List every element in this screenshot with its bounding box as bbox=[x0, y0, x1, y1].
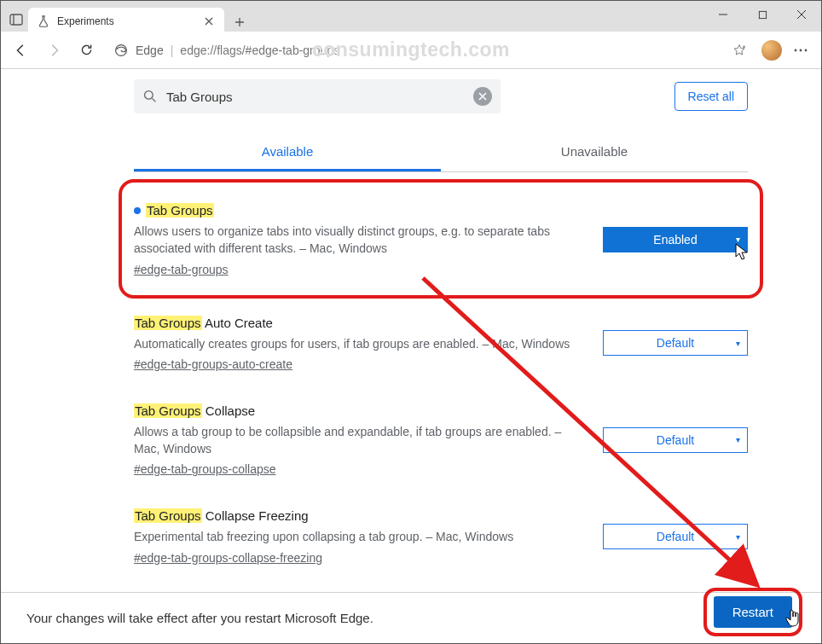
flag-hash-link[interactable]: #edge-tab-groups bbox=[134, 263, 229, 276]
footer-text: Your changes will take effect after you … bbox=[26, 611, 373, 625]
profile-avatar[interactable] bbox=[761, 40, 782, 61]
flag-description: Automatically creates groups for users, … bbox=[134, 335, 586, 352]
tab-close-icon[interactable] bbox=[202, 15, 216, 28]
flag-item: Tab Groups Collapse Allows a tab group t… bbox=[134, 386, 748, 492]
svg-point-7 bbox=[805, 49, 808, 51]
search-icon bbox=[142, 89, 158, 104]
address-separator: | bbox=[171, 44, 174, 57]
flag-title: Tab Groups Collapse Freezing bbox=[134, 508, 586, 523]
tab-available[interactable]: Available bbox=[134, 134, 441, 171]
svg-rect-0 bbox=[10, 15, 22, 25]
more-menu-button[interactable] bbox=[787, 37, 814, 64]
chevron-down-icon: ▾ bbox=[736, 339, 740, 348]
flag-description: Experimental tab freezing upon collapsin… bbox=[134, 528, 586, 545]
flag-hash-link[interactable]: #edge-tab-groups-auto-create bbox=[134, 357, 292, 371]
clear-search-icon[interactable] bbox=[473, 87, 492, 106]
svg-point-6 bbox=[800, 49, 802, 51]
flag-select[interactable]: Default ▾ bbox=[603, 330, 748, 356]
address-bar[interactable]: Edge | edge://flags/#edge-tab-groups bbox=[105, 37, 756, 64]
content-scroll[interactable]: Reset all Available Unavailable Tab Grou… bbox=[1, 69, 821, 592]
browser-toolbar: Edge | edge://flags/#edge-tab-groups bbox=[1, 32, 821, 69]
address-url: edge://flags/#edge-tab-groups bbox=[180, 44, 339, 57]
flag-tabs: Available Unavailable bbox=[134, 134, 748, 172]
restart-button[interactable]: Restart bbox=[714, 596, 792, 628]
restart-footer: Your changes will take effect after you … bbox=[1, 592, 821, 643]
highlight-box-restart: Restart bbox=[703, 588, 802, 636]
chevron-down-icon: ▾ bbox=[736, 235, 740, 244]
cursor-arrow-icon bbox=[735, 243, 749, 262]
svg-point-8 bbox=[145, 91, 153, 100]
new-tab-button[interactable] bbox=[228, 10, 252, 34]
flag-select[interactable]: Default ▾ bbox=[603, 524, 748, 549]
flags-search-box[interactable] bbox=[134, 79, 501, 113]
back-button[interactable] bbox=[8, 37, 35, 64]
window-controls bbox=[703, 1, 821, 28]
flag-select[interactable]: Enabled ▾ bbox=[603, 227, 748, 252]
flag-title: Tab Groups bbox=[134, 203, 586, 218]
chevron-down-icon: ▾ bbox=[736, 435, 740, 444]
maximize-button[interactable] bbox=[743, 1, 782, 28]
refresh-button[interactable] bbox=[72, 37, 100, 64]
search-input[interactable] bbox=[166, 90, 465, 104]
browser-label: Edge bbox=[136, 44, 164, 57]
browser-tab[interactable]: Experiments bbox=[28, 8, 224, 35]
svg-point-5 bbox=[795, 49, 797, 51]
tab-title: Experiments bbox=[57, 15, 195, 27]
forward-button bbox=[40, 37, 67, 64]
highlight-box-flag: Tab Groups Allows users to organize tabs… bbox=[119, 179, 763, 299]
flag-hash-link[interactable]: #edge-tab-groups-collapse-freezing bbox=[134, 551, 322, 565]
flag-title: Tab Groups Auto Create bbox=[134, 316, 586, 330]
window-titlebar: Experiments bbox=[1, 1, 821, 32]
flag-description: Allows a tab group to be collapsible and… bbox=[134, 423, 586, 458]
reset-all-button[interactable]: Reset all bbox=[674, 82, 748, 111]
svg-rect-3 bbox=[759, 11, 766, 18]
flag-description: Allows users to organize tabs into visua… bbox=[134, 223, 586, 258]
flask-icon bbox=[37, 15, 50, 28]
close-window-button[interactable] bbox=[782, 1, 821, 28]
changed-dot-icon bbox=[134, 207, 141, 214]
flag-item: Tab Groups Auto Create Automatically cre… bbox=[134, 299, 748, 386]
vertical-tabs-icon[interactable] bbox=[4, 8, 28, 32]
flag-title: Tab Groups Collapse bbox=[134, 403, 586, 418]
favorite-icon[interactable] bbox=[731, 42, 748, 59]
chevron-down-icon: ▾ bbox=[736, 532, 740, 542]
svg-line-9 bbox=[152, 98, 155, 102]
minimize-button[interactable] bbox=[703, 1, 743, 28]
edge-icon bbox=[113, 43, 129, 58]
flag-select[interactable]: Default ▾ bbox=[603, 427, 748, 453]
flag-item: Tab Groups Collapse Freezing Experimenta… bbox=[134, 491, 748, 579]
flag-hash-link[interactable]: #edge-tab-groups-collapse bbox=[134, 462, 276, 476]
flag-item: Tab Groups Allows users to organize tabs… bbox=[134, 186, 748, 292]
tab-unavailable[interactable]: Unavailable bbox=[441, 134, 748, 171]
